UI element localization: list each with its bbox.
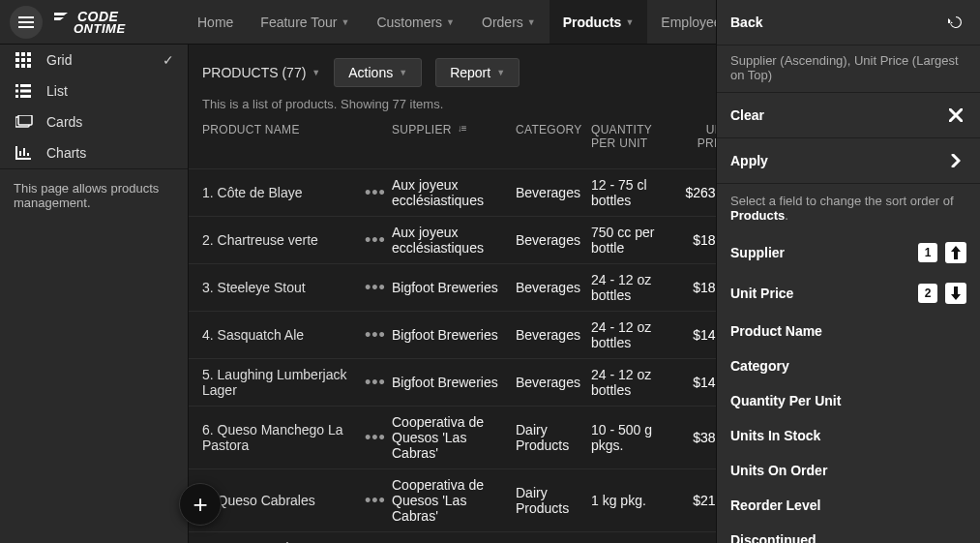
sort-direction-desc-icon bbox=[945, 283, 966, 304]
brand-logo: CODE ONTIME bbox=[50, 9, 176, 36]
cell-category: Beverages bbox=[516, 185, 591, 200]
nav-products[interactable]: Products▼ bbox=[549, 0, 648, 44]
panel-back-button[interactable]: Back bbox=[717, 0, 980, 45]
row-actions-button[interactable]: ••• bbox=[365, 278, 392, 298]
add-fab-button[interactable]: + bbox=[179, 483, 222, 526]
sort-field-product-name[interactable]: Product Name bbox=[717, 314, 980, 348]
sidebar-item-grid[interactable]: Grid✓ bbox=[0, 45, 188, 75]
more-icon: ••• bbox=[365, 325, 386, 345]
caret-down-icon: ▼ bbox=[399, 68, 407, 77]
sort-panel: Back Supplier (Ascending), Unit Price (L… bbox=[716, 0, 980, 543]
hamburger-icon bbox=[18, 16, 34, 28]
close-icon bbox=[945, 105, 966, 126]
cell-supplier: Cooperativa de Quesos 'Las Cabras' bbox=[392, 477, 516, 524]
row-actions-button[interactable]: ••• bbox=[365, 491, 392, 511]
cell-product-name: 4. Sasquatch Ale bbox=[202, 327, 365, 343]
cell-quantity: 24 - 12 oz bottles bbox=[591, 272, 676, 303]
sort-field-label: Category bbox=[730, 358, 789, 374]
sort-field-label: Product Name bbox=[730, 323, 822, 339]
more-icon: ••• bbox=[365, 373, 386, 392]
wing-icon bbox=[54, 11, 72, 22]
sidebar: Grid✓ListCardsCharts This page allows pr… bbox=[0, 45, 189, 543]
nav-feature-tour[interactable]: Feature Tour▼ bbox=[247, 0, 363, 44]
sidebar-item-label: List bbox=[46, 83, 68, 99]
caret-down-icon: ▼ bbox=[341, 17, 349, 27]
chevron-right-icon bbox=[945, 150, 966, 171]
sort-field-supplier[interactable]: Supplier1 bbox=[717, 232, 980, 273]
sort-field-label: Reorder Level bbox=[730, 498, 820, 513]
more-icon: ••• bbox=[365, 491, 386, 510]
cell-product-name: 2. Chartreuse verte bbox=[202, 232, 365, 248]
sort-direction-asc-icon bbox=[945, 242, 966, 263]
header-quantity[interactable]: QUANTITY PER UNIT bbox=[591, 123, 676, 161]
plus-icon: + bbox=[193, 490, 207, 520]
cell-category: Dairy Products bbox=[516, 485, 591, 516]
undo-icon bbox=[945, 12, 966, 33]
sidebar-item-list[interactable]: List bbox=[0, 75, 188, 106]
sort-field-quantity-per-unit[interactable]: Quantity Per Unit bbox=[717, 383, 980, 418]
row-actions-button[interactable]: ••• bbox=[365, 373, 392, 393]
cards-icon bbox=[15, 115, 33, 129]
caret-down-icon: ▼ bbox=[527, 17, 536, 27]
cell-category: Beverages bbox=[516, 375, 591, 390]
sort-asc-icon: ↓≡ bbox=[458, 123, 466, 134]
check-icon: ✓ bbox=[163, 52, 174, 68]
sort-field-label: Units In Stock bbox=[730, 428, 820, 443]
row-actions-button[interactable]: ••• bbox=[365, 428, 392, 448]
cell-quantity: 24 - 12 oz bottles bbox=[591, 367, 676, 398]
row-actions-button[interactable]: ••• bbox=[365, 230, 392, 251]
cell-quantity: 10 - 500 g pkgs. bbox=[591, 422, 676, 453]
sort-field-discontinued[interactable]: Discontinued bbox=[717, 523, 980, 543]
caret-down-icon: ▼ bbox=[446, 17, 455, 27]
header-product-name[interactable]: PRODUCT NAME bbox=[202, 123, 365, 161]
sort-field-label: Discontinued bbox=[730, 532, 817, 543]
row-actions-button[interactable]: ••• bbox=[365, 183, 392, 203]
cell-product-name: 6. Queso Manchego La Pastora bbox=[202, 422, 365, 453]
nav-home[interactable]: Home bbox=[184, 0, 247, 44]
more-icon: ••• bbox=[365, 183, 386, 202]
more-icon: ••• bbox=[365, 428, 386, 447]
report-button[interactable]: Report ▼ bbox=[435, 58, 520, 87]
sort-field-reorder-level[interactable]: Reorder Level bbox=[717, 488, 980, 523]
cell-supplier: Bigfoot Breweries bbox=[392, 375, 516, 390]
cell-supplier: Bigfoot Breweries bbox=[392, 327, 516, 343]
cell-product-name: 7. Queso Cabrales bbox=[202, 493, 365, 508]
panel-sort-summary: Supplier (Ascending), Unit Price (Larges… bbox=[717, 45, 980, 93]
cell-product-name: 1. Côte de Blaye bbox=[202, 185, 365, 200]
panel-clear-button[interactable]: Clear bbox=[717, 93, 980, 138]
sort-field-unit-price[interactable]: Unit Price2 bbox=[717, 273, 980, 314]
row-actions-button[interactable]: ••• bbox=[365, 325, 392, 346]
cell-product-name: 3. Steeleye Stout bbox=[202, 280, 365, 295]
caret-down-icon: ▼ bbox=[496, 68, 505, 77]
panel-hint: Select a field to change the sort order … bbox=[717, 184, 980, 232]
sort-field-label: Quantity Per Unit bbox=[730, 393, 841, 408]
sidebar-item-label: Grid bbox=[46, 52, 72, 68]
grid-icon bbox=[15, 52, 33, 68]
sidebar-item-label: Charts bbox=[46, 145, 86, 161]
actions-button[interactable]: Actions ▼ bbox=[334, 58, 422, 87]
products-title-dropdown[interactable]: PRODUCTS (77) ▼ bbox=[202, 65, 320, 80]
nav-customers[interactable]: Customers▼ bbox=[363, 0, 468, 44]
caret-down-icon: ▼ bbox=[312, 68, 320, 77]
sort-field-units-in-stock[interactable]: Units In Stock bbox=[717, 418, 980, 453]
sort-field-label: Supplier bbox=[730, 245, 785, 260]
list-icon bbox=[15, 84, 33, 98]
caret-down-icon: ▼ bbox=[625, 17, 634, 27]
more-icon: ••• bbox=[365, 230, 386, 250]
sidebar-item-charts[interactable]: Charts bbox=[0, 137, 188, 168]
header-supplier[interactable]: SUPPLIER ↓≡ bbox=[392, 123, 516, 161]
sidebar-item-cards[interactable]: Cards bbox=[0, 106, 188, 137]
sort-order-badge: 2 bbox=[918, 284, 937, 303]
cell-supplier: Cooperativa de Quesos 'Las Cabras' bbox=[392, 414, 516, 461]
more-icon: ••• bbox=[365, 278, 386, 297]
sort-field-category[interactable]: Category bbox=[717, 348, 980, 383]
cell-category: Beverages bbox=[516, 232, 591, 248]
nav-orders[interactable]: Orders▼ bbox=[468, 0, 549, 44]
sort-field-units-on-order[interactable]: Units On Order bbox=[717, 453, 980, 488]
cell-quantity: 24 - 12 oz bottles bbox=[591, 319, 676, 350]
panel-apply-button[interactable]: Apply bbox=[717, 138, 980, 184]
cell-quantity: 12 - 75 cl bottles bbox=[591, 177, 676, 208]
cell-product-name: 5. Laughing Lumberjack Lager bbox=[202, 367, 365, 398]
hamburger-menu-button[interactable] bbox=[10, 6, 43, 39]
header-category[interactable]: CATEGORY bbox=[516, 123, 591, 161]
